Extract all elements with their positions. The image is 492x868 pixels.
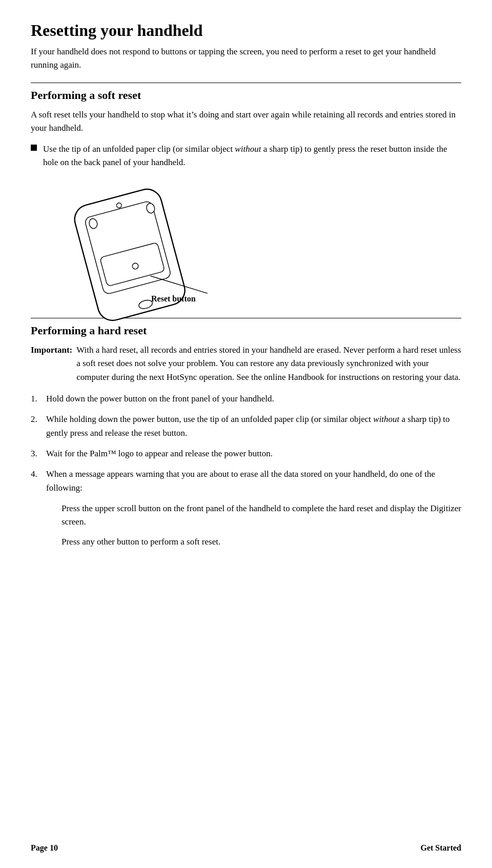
step-1: 1. Hold down the power button on the fro… [31,392,461,406]
step-2-italic: without [373,414,399,424]
handheld-diagram: Reset button [51,179,461,304]
step-2-text: While holding down the power button, use… [46,413,461,440]
step-3-num: 3. [31,447,42,460]
step-1-num: 1. [31,392,42,406]
soft-reset-bullet-item: Use the tip of an unfolded paper clip (o… [31,143,461,170]
bullet-text-before: Use the tip of an unfolded paper clip (o… [43,144,235,154]
steps-list: 1. Hold down the power button on the fro… [31,392,461,495]
sub-item-1: Press the upper scroll button on the fro… [61,502,461,529]
hard-reset-section: Performing a hard reset Important: With … [31,318,461,549]
bullet-italic: without [235,144,261,154]
step-4: 4. When a message appears warning that y… [31,468,461,495]
soft-reset-divider [31,83,461,83]
step-3: 3. Wait for the Palm™ logo to appear and… [31,447,461,460]
important-label: Important: [31,344,72,357]
step-4-text: When a message appears warning that you … [46,468,461,495]
intro-paragraph: If your handheld does not respond to but… [31,45,461,71]
important-text: With a hard reset, all records and entri… [76,344,461,384]
footer-section-title: Get Started [420,843,461,853]
step-4-num: 4. [31,468,42,481]
soft-reset-heading: Performing a soft reset [31,88,461,103]
sub-item-2: Press any other button to perform a soft… [61,535,461,549]
step-2: 2. While holding down the power button, … [31,413,461,440]
step-1-text: Hold down the power button on the front … [46,392,274,406]
page-footer: Page 10 Get Started [0,843,492,853]
soft-reset-body: A soft reset tells your handheld to stop… [31,108,461,135]
page-title: Resetting your handheld [31,21,461,40]
step-2-text-before: While holding down the power button, use… [46,414,373,424]
bullet-text: Use the tip of an unfolded paper clip (o… [43,143,461,170]
step-3-text: Wait for the Palm™ logo to appear and re… [46,447,273,460]
footer-page-number: Page 10 [31,843,58,853]
reset-button-label: Reset button [151,294,196,304]
important-block: Important: With a hard reset, all record… [31,344,461,384]
hard-reset-heading: Performing a hard reset [31,324,461,338]
step-2-num: 2. [31,413,42,426]
bullet-square-icon [31,145,37,151]
